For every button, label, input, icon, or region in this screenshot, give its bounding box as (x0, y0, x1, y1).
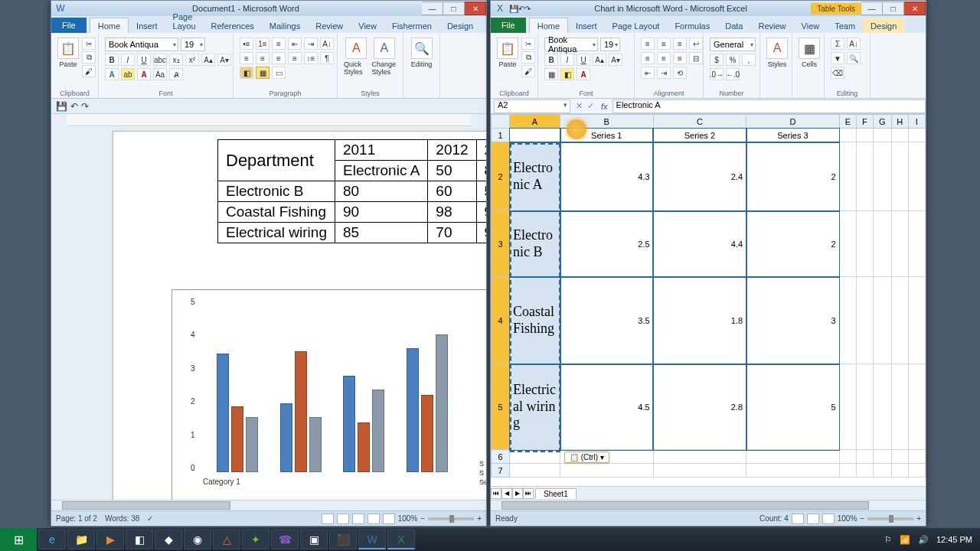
word-bullets-button[interactable]: •≡ (240, 37, 253, 50)
excel-inc-indent-button[interactable]: ⇥ (657, 67, 671, 79)
excel-tab-insert[interactable]: Insert (568, 18, 605, 33)
tray-flag-icon[interactable]: ⚐ (884, 535, 892, 545)
excel-sort-filter-button[interactable]: A↓ (847, 37, 861, 50)
word-zoom-in-button[interactable]: + (477, 514, 482, 523)
excel-col-B[interactable]: B (560, 115, 654, 129)
excel-grid[interactable]: A B C D E F G H I 1 Series 1 Series 2 Se… (491, 114, 926, 486)
taskbar-excel-icon[interactable]: X (387, 530, 415, 549)
excel-align-right-button[interactable]: ≡ (673, 52, 687, 64)
excel-cell[interactable]: Series 2 (653, 129, 746, 142)
excel-tab-view[interactable]: View (794, 18, 828, 33)
word-chart[interactable]: 012345 Category 1 S S Series 1 (172, 289, 486, 500)
word-ruler[interactable] (67, 114, 471, 126)
excel-orientation-button[interactable]: ⟲ (673, 67, 687, 79)
start-button[interactable]: ⊞ (0, 528, 37, 551)
excel-zoom-slider[interactable] (867, 517, 913, 520)
word-numbering-button[interactable]: 1≡ (256, 37, 270, 50)
excel-cell[interactable]: Coastal Fishing (510, 277, 560, 364)
excel-cell[interactable]: Series 1 (560, 129, 654, 142)
word-font-name-combo[interactable]: Book Antiqua (105, 37, 178, 51)
word-zoom-label[interactable]: 100% (398, 514, 418, 523)
excel-select-all[interactable] (492, 115, 510, 129)
word-tab-file[interactable]: File (51, 18, 87, 33)
excel-fill-color-button[interactable]: ◧ (560, 68, 574, 80)
word-close-button[interactable]: ✕ (465, 2, 486, 15)
excel-cell[interactable]: 2.8 (653, 364, 746, 450)
system-tray[interactable]: ⚐ 📶 🔊 12:45 PM (877, 535, 980, 545)
taskbar-media-icon[interactable]: ▶ (96, 530, 124, 549)
excel-cell[interactable]: 4.4 (653, 211, 746, 277)
excel-sheet-prev-button[interactable]: ◀ (501, 488, 512, 499)
word-tab-review[interactable]: Review (308, 18, 351, 33)
excel-tab-pagelayout[interactable]: Page Layout (605, 18, 668, 33)
excel-align-left-button[interactable]: ≡ (641, 52, 655, 64)
word-tab-insert[interactable]: Insert (129, 18, 165, 33)
excel-font-size-combo[interactable]: 19 (600, 37, 620, 51)
excel-cell[interactable]: Electronic B (510, 211, 560, 277)
excel-tab-home[interactable]: Home (529, 18, 568, 33)
excel-font-name-combo[interactable]: Book Antiqua (544, 37, 598, 51)
excel-find-button[interactable]: 🔍 (847, 52, 861, 64)
excel-maximize-button[interactable]: □ (883, 2, 904, 15)
excel-shrink-font-button[interactable]: A▾ (609, 54, 622, 66)
excel-row-3[interactable]: 3 (492, 211, 510, 277)
excel-cell[interactable]: 2.5 (560, 211, 654, 277)
word-multilevel-button[interactable]: ≡ (272, 37, 286, 50)
word-tab-view[interactable]: View (351, 18, 384, 33)
word-minimize-button[interactable]: — (422, 2, 443, 15)
excel-tab-file[interactable]: File (491, 18, 526, 33)
taskbar-ie-icon[interactable]: e (38, 530, 66, 549)
word-font-size-combo[interactable]: 19 (181, 37, 205, 51)
excel-view-pagebreak-button[interactable] (822, 514, 835, 524)
taskbar-chrome-icon[interactable]: ◉ (184, 530, 211, 549)
word-align-left-button[interactable]: ≡ (240, 52, 253, 64)
taskbar-viber-icon[interactable]: ☎ (271, 530, 299, 549)
excel-currency-button[interactable]: $ (710, 54, 724, 66)
word-page-indicator[interactable]: Page: 1 of 2 (56, 514, 97, 523)
excel-sheet-next-button[interactable]: ▶ (512, 488, 523, 499)
excel-view-normal-button[interactable] (792, 514, 804, 524)
excel-row-2[interactable]: 2 (492, 142, 510, 211)
excel-autosum-button[interactable]: Σ (831, 37, 844, 50)
excel-number-format-combo[interactable]: General (710, 37, 756, 51)
word-superscript-button[interactable]: x² (185, 54, 199, 66)
word-shading-button[interactable]: ◧ (240, 67, 253, 79)
excel-cell[interactable]: 4.5 (560, 364, 654, 450)
excel-bold-button[interactable]: B (544, 54, 558, 66)
excel-comma-button[interactable]: , (742, 54, 756, 66)
excel-name-box[interactable]: A2 (494, 99, 570, 113)
word-spellcheck-icon[interactable]: ✓ (147, 514, 153, 523)
excel-middle-align-button[interactable]: ≡ (657, 37, 671, 50)
excel-grow-font-button[interactable]: A▴ (593, 54, 606, 66)
excel-fx-icon[interactable]: fx (596, 102, 612, 111)
excel-cancel-icon[interactable]: ✕ (573, 101, 585, 111)
excel-percent-button[interactable]: % (726, 54, 740, 66)
tray-volume-icon[interactable]: 🔊 (918, 535, 929, 545)
excel-row-4[interactable]: 4 (492, 277, 510, 364)
excel-font-color-button[interactable]: A (577, 68, 590, 80)
word-subscript-button[interactable]: x₂ (169, 54, 183, 66)
word-underline-button[interactable]: U (137, 54, 151, 66)
taskbar-app-icon[interactable]: ⬛ (329, 530, 357, 549)
excel-cell[interactable]: Electronic A (510, 142, 560, 211)
word-copy-button[interactable]: ⧉ (82, 51, 96, 64)
taskbar-app-icon[interactable]: ◆ (155, 530, 182, 549)
excel-fill-button[interactable]: ▼ (831, 52, 844, 64)
word-document-area[interactable]: Department 2011 2012 2 Electronic A50809… (51, 114, 486, 500)
word-word-count[interactable]: Words: 38 (105, 514, 139, 523)
excel-tab-review[interactable]: Review (750, 18, 793, 33)
excel-italic-button[interactable]: I (560, 54, 574, 66)
taskbar-explorer-icon[interactable]: 📁 (67, 530, 95, 549)
excel-row-6[interactable]: 6 (492, 450, 510, 464)
word-inc-indent-button[interactable]: ⇥ (304, 37, 318, 50)
excel-formula-input[interactable]: Electronic A (612, 99, 926, 113)
excel-row-7[interactable]: 7 (492, 464, 510, 478)
excel-enter-icon[interactable]: ✓ (585, 101, 596, 111)
excel-sheet-tab[interactable]: Sheet1 (535, 488, 577, 499)
word-clear-format-button[interactable]: A̷ (169, 68, 183, 80)
tray-clock[interactable]: 12:45 PM (936, 535, 972, 544)
word-view-print-button[interactable] (322, 514, 334, 524)
excel-align-center-button[interactable]: ≡ (657, 52, 671, 64)
word-tab-pagelayout[interactable]: Page Layou (165, 9, 204, 33)
scrollbar-thumb[interactable] (62, 501, 230, 510)
